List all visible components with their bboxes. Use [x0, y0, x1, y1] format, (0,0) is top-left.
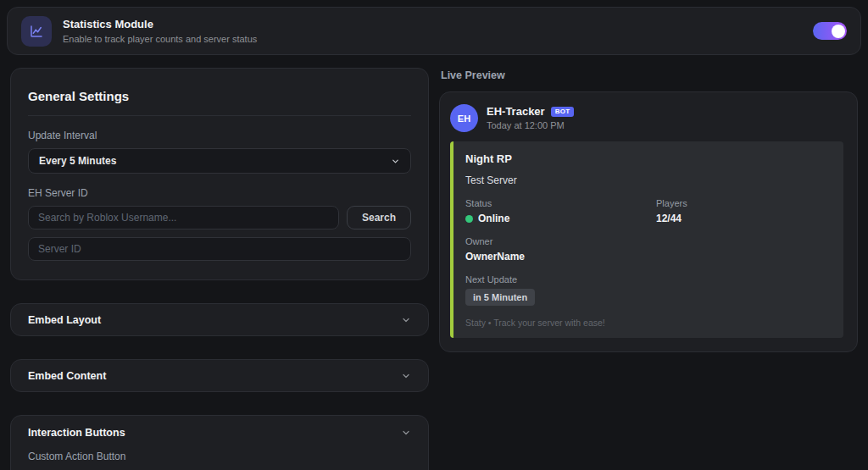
interaction-buttons-title: Interaction Buttons [28, 427, 125, 439]
owner-field-label: Owner [465, 236, 832, 246]
status-field-value: Online [478, 213, 509, 224]
general-settings-title: General Settings [28, 89, 411, 103]
embed-field-status: Status Online [465, 198, 656, 224]
custom-action-button-label: Custom Action Button [28, 451, 411, 462]
embed-footer: Staty • Track your server with ease! [465, 318, 832, 328]
roblox-username-search-input[interactable] [28, 206, 339, 229]
owner-field-value: OwnerName [465, 251, 832, 263]
module-title: Statistics Module [63, 18, 813, 30]
live-preview-card: EH EH-Tracker BOT Today at 12:00 PM Nigh… [439, 91, 858, 352]
embed-field-players: Players 12/44 [656, 198, 832, 224]
status-field-label: Status [465, 198, 656, 208]
embed-field-next-update: Next Update in 5 Minuten [465, 274, 832, 306]
next-update-field-label: Next Update [465, 274, 832, 285]
interaction-buttons-card: Interaction Buttons Custom Action Button… [10, 415, 429, 470]
chevron-down-icon [401, 315, 411, 325]
settings-column: General Settings Update Interval Every 5… [10, 68, 429, 470]
chevron-down-icon [391, 157, 400, 166]
discord-embed: Night RP Test Server Status Online Playe… [450, 141, 843, 338]
module-header: Statistics Module Enable to track player… [7, 7, 861, 55]
bot-badge: BOT [551, 107, 575, 117]
discord-message-header: EH EH-Tracker BOT Today at 12:00 PM [450, 104, 843, 132]
update-interval-label: Update Interval [28, 130, 411, 141]
module-header-texts: Statistics Module Enable to track player… [63, 18, 813, 44]
chevron-down-icon [401, 428, 411, 438]
toggle-knob [832, 25, 845, 38]
module-subtitle: Enable to track player counts and server… [63, 34, 813, 44]
players-field-value: 12/44 [656, 213, 832, 224]
update-interval-value: Every 5 Minutes [39, 155, 116, 167]
interaction-buttons-section-header[interactable]: Interaction Buttons [28, 416, 411, 449]
embed-layout-title: Embed Layout [28, 314, 101, 326]
embed-content-title: Embed Content [28, 370, 106, 382]
divider [28, 115, 411, 116]
next-update-badge: in 5 Minuten [465, 289, 535, 306]
embed-title: Night RP [465, 152, 832, 165]
search-button[interactable]: Search [347, 206, 411, 229]
line-chart-icon [21, 16, 52, 47]
avatar: EH [450, 104, 478, 132]
embed-field-owner: Owner OwnerName [465, 236, 832, 263]
message-timestamp: Today at 12:00 PM [487, 120, 574, 130]
embed-description: Test Server [465, 174, 832, 186]
bot-author-name: EH-Tracker [487, 105, 545, 118]
eh-server-id-label: EH Server ID [28, 187, 411, 199]
players-field-label: Players [656, 198, 832, 208]
update-interval-select[interactable]: Every 5 Minutes [28, 148, 411, 174]
chevron-down-icon [401, 371, 411, 381]
server-id-input[interactable] [28, 237, 411, 261]
general-settings-card: General Settings Update Interval Every 5… [10, 68, 429, 280]
live-preview-heading: Live Preview [441, 69, 858, 81]
live-preview-column: Live Preview EH EH-Tracker BOT Today at … [439, 68, 858, 470]
module-enable-toggle[interactable] [813, 22, 847, 40]
statistics-module-page: Statistics Module Enable to track player… [0, 0, 868, 470]
online-status-dot-icon [465, 215, 473, 223]
embed-content-section-header[interactable]: Embed Content [10, 359, 429, 392]
embed-layout-section-header[interactable]: Embed Layout [10, 303, 429, 336]
